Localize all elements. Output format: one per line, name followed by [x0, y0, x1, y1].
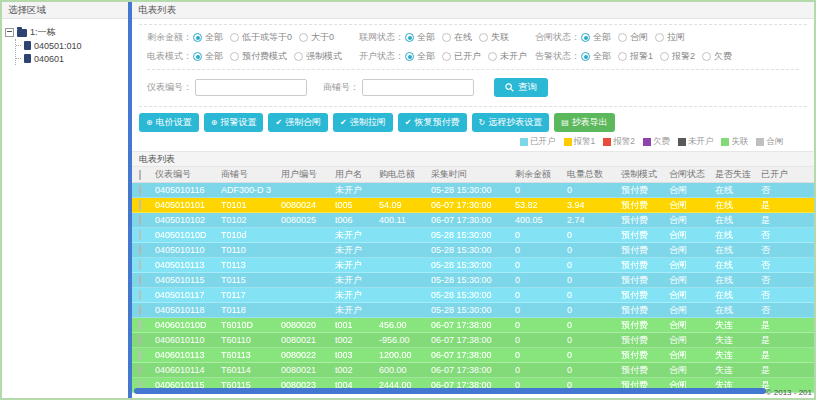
table-cell: 0	[564, 230, 618, 240]
radio-label: 全部	[593, 31, 611, 44]
radio-option[interactable]: 全部	[193, 50, 223, 63]
radio-option[interactable]: 全部	[193, 31, 223, 44]
radio-option[interactable]: 全部	[405, 50, 435, 63]
radio-option[interactable]: 预付费模式	[230, 50, 287, 63]
row-checkbox[interactable]	[139, 320, 141, 330]
table-row: 0406010110T601100080021t002-956.0006-07 …	[132, 333, 814, 348]
row-checkbox[interactable]	[139, 305, 141, 315]
legend-item: 报警1	[564, 136, 596, 148]
radio-option[interactable]: 合闸	[618, 31, 648, 44]
table-cell: T6010D	[218, 320, 278, 330]
table-cell: 0406010113	[152, 350, 218, 360]
row-checkbox[interactable]	[139, 185, 141, 195]
row-checkbox[interactable]	[139, 365, 141, 375]
radio-option[interactable]: 全部	[581, 50, 611, 63]
radio-option[interactable]: 全部	[405, 31, 435, 44]
legend-swatch	[721, 138, 729, 146]
radio-option[interactable]: 报警1	[618, 50, 653, 63]
tree-node[interactable]: 040501:010	[16, 39, 125, 52]
export-readings-button[interactable]: ▤抄表导出	[554, 113, 615, 132]
alarm-setting-button[interactable]: ⊕报警设置	[204, 113, 264, 132]
table-body: 0405010116ADF300-D 3未开户05-28 15:30:0000预…	[132, 183, 814, 393]
column-header: 采集时间	[428, 168, 512, 181]
table-cell: 2.74	[564, 215, 618, 225]
shop-no-input[interactable]	[362, 79, 474, 96]
price-setting-button[interactable]: ⊕电价设置	[139, 113, 199, 132]
tree-node[interactable]: 040601	[16, 52, 125, 65]
radio-option[interactable]: 报警2	[660, 50, 695, 63]
horizontal-scrollbar[interactable]	[134, 388, 766, 394]
table-cell: 0405010117	[152, 290, 218, 300]
table-row: 0405010115T0115未开户05-28 15:30:0000预付费合闸在…	[132, 273, 814, 288]
refresh-icon: ↻	[479, 119, 486, 127]
row-checkbox[interactable]	[139, 350, 141, 360]
meter-no-input[interactable]	[195, 79, 307, 96]
search-icon	[505, 83, 514, 92]
legend-swatch	[520, 138, 528, 146]
legend-label: 已开户	[530, 136, 556, 148]
remote-reading-button[interactable]: ↻远程抄表设置	[472, 113, 550, 132]
search-button-label: 查询	[518, 81, 537, 94]
row-checkbox[interactable]	[139, 290, 141, 300]
tree-connector	[16, 58, 21, 59]
table-cell: 06-07 17:38:00	[428, 365, 512, 375]
table-cell: 05-28 15:30:00	[428, 260, 512, 270]
row-checkbox[interactable]	[139, 230, 141, 240]
radio-dot	[581, 33, 590, 42]
legend-label: 合闸	[766, 136, 783, 148]
radio-option[interactable]: 在线	[442, 31, 472, 44]
tree-root-node[interactable]: 1:一栋	[5, 26, 125, 39]
table-cell: 合闸	[666, 229, 712, 242]
row-checkbox[interactable]	[139, 200, 141, 210]
restore-prepaid-button[interactable]: ✔恢复预付费	[398, 113, 467, 132]
legend-swatch	[603, 138, 611, 146]
radio-option[interactable]: 失联	[479, 31, 509, 44]
plus-circle-icon: ⊕	[146, 119, 153, 127]
radio-option[interactable]: 强制模式	[294, 50, 342, 63]
row-checkbox[interactable]	[139, 275, 141, 285]
row-checkbox[interactable]	[139, 215, 141, 225]
table-cell: 0405010101	[152, 200, 218, 210]
toolbar-button-label: 强制合闸	[285, 116, 321, 129]
table-cell: 未开户	[332, 244, 376, 257]
radio-option[interactable]: 低于或等于0	[230, 31, 292, 44]
file-icon: ▤	[561, 119, 569, 127]
table-cell: 否	[758, 289, 814, 302]
radio-option[interactable]: 欠费	[702, 50, 732, 63]
row-checkbox-cell	[132, 305, 152, 315]
table-cell: t006	[332, 215, 376, 225]
radio-option[interactable]: 大于0	[299, 31, 334, 44]
row-checkbox[interactable]	[139, 245, 141, 255]
radio-label: 欠费	[714, 50, 732, 63]
table-cell: 0	[512, 245, 564, 255]
table-cell: 否	[758, 304, 814, 317]
radio-option[interactable]: 拉闸	[655, 31, 685, 44]
radio-option[interactable]: 未开户	[488, 50, 527, 63]
radio-option[interactable]: 全部	[581, 31, 611, 44]
collapse-icon[interactable]	[5, 28, 14, 37]
column-header: 剩余金额	[512, 168, 564, 181]
table-cell: 否	[758, 184, 814, 197]
table-cell: 06-07 17:38:00	[428, 320, 512, 330]
search-button[interactable]: 查询	[494, 78, 548, 97]
radio-dot	[581, 52, 590, 61]
column-header: 购电总额	[376, 168, 428, 181]
table-cell: T60110	[218, 335, 278, 345]
toolbar-button-label: 报警设置	[220, 116, 256, 129]
legend-item: 报警2	[603, 136, 635, 148]
table-cell: 0	[512, 230, 564, 240]
force-close-button[interactable]: ✔强制合闸	[268, 113, 328, 132]
table-cell: 在线	[712, 289, 758, 302]
radio-label: 全部	[593, 50, 611, 63]
select-all-checkbox[interactable]	[139, 170, 141, 180]
radio-label: 拉闸	[667, 31, 685, 44]
radio-option[interactable]: 已开户	[442, 50, 481, 63]
legend-swatch	[643, 138, 651, 146]
radio-dot	[618, 52, 627, 61]
table-cell: 0	[512, 260, 564, 270]
row-checkbox[interactable]	[139, 335, 141, 345]
force-open-button[interactable]: ✔强制拉闸	[333, 113, 393, 132]
row-checkbox[interactable]	[139, 260, 141, 270]
filter-group: 告警状态：全部报警1报警2欠费	[535, 50, 739, 63]
table-cell: T0115	[218, 275, 278, 285]
